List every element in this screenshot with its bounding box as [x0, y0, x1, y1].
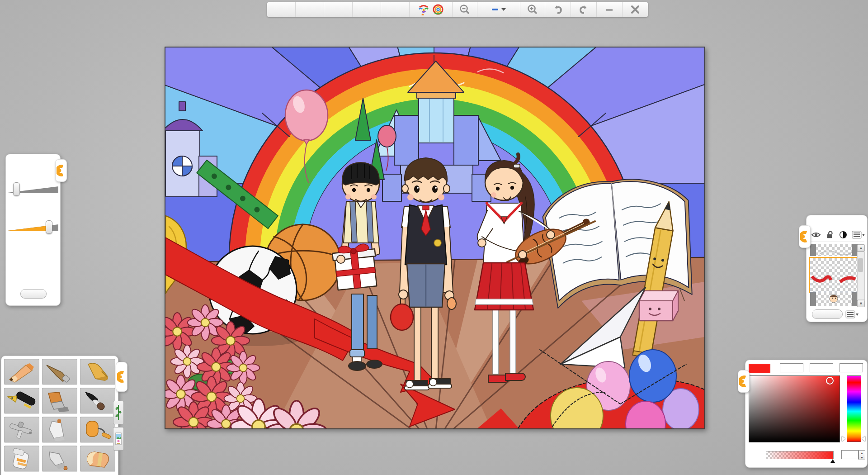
- picture-stamp-icon: [115, 429, 122, 448]
- alpha-input[interactable]: [841, 450, 859, 459]
- app-logo-group: [410, 2, 453, 17]
- layer-thumbnail-ribbon-selected[interactable]: [809, 257, 859, 293]
- r-input[interactable]: [780, 363, 803, 372]
- tool-fountain-pen[interactable]: [4, 388, 39, 414]
- alpha-slider[interactable]: [766, 451, 834, 459]
- tool-airbrush[interactable]: [4, 417, 39, 443]
- layers-panel-collapse-handle[interactable]: [799, 225, 811, 248]
- unlock-padlock-icon[interactable]: [825, 231, 835, 239]
- close-x-icon: [629, 4, 641, 15]
- airbrush-tool-icon: [6, 418, 38, 441]
- g-input[interactable]: [810, 363, 833, 372]
- picture-stamp-button[interactable]: [113, 427, 124, 451]
- layers-options-button[interactable]: [845, 310, 859, 318]
- new-layer-button[interactable]: [812, 309, 843, 319]
- hue-bar[interactable]: [847, 375, 861, 442]
- magnifier-plus-icon: [527, 4, 538, 15]
- ink-brush-tool-icon: [82, 390, 113, 412]
- paint-app-window: ▲ ▼: [0, 0, 868, 475]
- color-cursor[interactable]: [826, 377, 834, 385]
- undo-button[interactable]: [545, 2, 571, 17]
- pencil-properties-panel: [5, 154, 61, 306]
- tool-charcoal-pencil[interactable]: [42, 359, 77, 385]
- menu-tools[interactable]: [324, 2, 353, 17]
- fountain-pen-tool-icon: [6, 390, 38, 412]
- undo-arrow-icon: [552, 4, 564, 15]
- minimize-dash-icon: [604, 4, 615, 15]
- menu-view[interactable]: [353, 2, 381, 17]
- tool-pencil[interactable]: [4, 359, 39, 385]
- zoom-out-button[interactable]: [453, 2, 477, 17]
- figure-preview: [810, 292, 858, 306]
- layers-scroll-thumb[interactable]: [858, 258, 863, 272]
- divider: [809, 242, 864, 242]
- panel-handle-icon: [739, 373, 748, 390]
- tool-painting-knife[interactable]: [42, 446, 77, 472]
- plant-stamp-icon: [115, 403, 122, 422]
- zoom-in-button[interactable]: [520, 2, 545, 17]
- main-toolbar: [267, 2, 648, 17]
- saturation-value-picker[interactable]: [749, 375, 840, 442]
- crayon-tool-icon: [82, 361, 113, 383]
- layer-menu-button[interactable]: [852, 231, 865, 239]
- tool-palette-knife[interactable]: [42, 417, 77, 443]
- plant-stamp-button[interactable]: [113, 401, 124, 424]
- swirl-face-icon[interactable]: [432, 4, 444, 15]
- hue-marker-left[interactable]: [842, 436, 845, 442]
- menu-edit[interactable]: [296, 2, 324, 17]
- layers-scroll-track[interactable]: [857, 252, 865, 300]
- layer-thumbnail-sketch[interactable]: [810, 244, 858, 256]
- tool-paint-roller[interactable]: [80, 417, 115, 443]
- color-panel-collapse-handle[interactable]: [738, 370, 750, 393]
- drawing-canvas[interactable]: [165, 47, 705, 429]
- pencil-panel-collapse-handle[interactable]: [55, 159, 67, 182]
- layer-thumbnail-figure[interactable]: [810, 292, 858, 306]
- reset-button[interactable]: [20, 289, 47, 299]
- tool-crayon[interactable]: [80, 359, 115, 385]
- clown-face-icon[interactable]: [418, 4, 429, 15]
- tool-palette: [1, 356, 118, 475]
- magnifier-minus-icon: [459, 4, 471, 15]
- tool-eraser[interactable]: [80, 446, 115, 472]
- redo-arrow-icon: [578, 4, 590, 15]
- artwork: [165, 48, 704, 428]
- alpha-marker[interactable]: [830, 459, 835, 463]
- layers-panel: ▲ ▼: [806, 215, 868, 322]
- paint-roller-tool-icon: [82, 418, 113, 441]
- b-input[interactable]: [840, 363, 863, 372]
- layers-scroll-up[interactable]: ▲: [857, 244, 865, 252]
- visibility-eye-icon[interactable]: [811, 231, 821, 239]
- hue-marker-right[interactable]: [862, 436, 865, 442]
- layers-scroll-down[interactable]: ▼: [857, 300, 865, 307]
- flat-brush-tool-icon: [44, 390, 75, 412]
- tool-palette-collapse-handle[interactable]: [116, 362, 127, 392]
- panel-handle-icon: [117, 369, 126, 385]
- layers-toolbar: [811, 231, 865, 239]
- brush-size-slider-handle[interactable]: [13, 182, 20, 196]
- paint-jar-tool-icon: [6, 447, 38, 470]
- current-color-swatch: [749, 364, 770, 373]
- alpha-spinner[interactable]: ▲▼: [859, 450, 865, 460]
- zoom-dropdown-icon: [501, 8, 506, 11]
- pencil-tool-icon: [6, 361, 38, 383]
- menu-file[interactable]: [267, 2, 296, 17]
- sketch-preview: [810, 244, 858, 256]
- charcoal-tool-icon: [44, 361, 75, 383]
- painting-knife-tool-icon: [44, 447, 75, 470]
- zoom-level-value: [492, 9, 498, 10]
- minimize-button[interactable]: [597, 2, 623, 17]
- ribbon-preview: [810, 258, 858, 290]
- menu-help[interactable]: [381, 2, 410, 17]
- palette-knife-tool-icon: [44, 418, 75, 441]
- tool-ink-brush[interactable]: [80, 388, 115, 414]
- tool-flat-brush[interactable]: [42, 388, 77, 414]
- color-panel: ▲▼: [745, 360, 868, 468]
- tool-paint-jar[interactable]: [4, 446, 39, 472]
- softness-slider-handle[interactable]: [46, 220, 52, 234]
- redo-button[interactable]: [571, 2, 597, 17]
- panel-handle-icon: [800, 228, 809, 245]
- eraser-tool-icon: [82, 447, 113, 470]
- close-button[interactable]: [623, 2, 648, 17]
- zoom-level-select[interactable]: [477, 2, 520, 17]
- blend-half-circle-icon[interactable]: [838, 231, 848, 239]
